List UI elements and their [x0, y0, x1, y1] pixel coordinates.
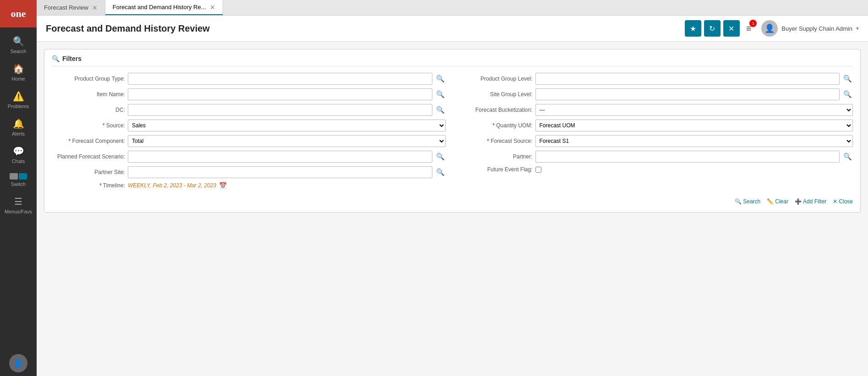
menu-icon: ☰: [14, 196, 22, 207]
search-btn-partner[interactable]: 🔍: [842, 153, 853, 161]
select-forecast-bucketization[interactable]: ---: [535, 104, 853, 116]
label-partner: Partner:: [459, 153, 533, 160]
select-forecast-source[interactable]: Forecast S1: [535, 135, 853, 147]
search-btn-product-group-level[interactable]: 🔍: [842, 75, 853, 83]
filter-row-future-event-flag: Future Event Flag:: [459, 166, 853, 173]
filter-row-forecast-component: Forecast Component: Total: [52, 135, 446, 147]
sidebar-item-search[interactable]: 🔍 Search: [0, 31, 37, 59]
switch-icon: [10, 173, 27, 180]
label-forecast-bucketization: Forecast Bucketization:: [459, 107, 533, 113]
input-partner-site[interactable]: [128, 166, 432, 178]
sidebar-item-label: Problems: [8, 104, 29, 109]
input-product-group-level[interactable]: [535, 73, 840, 85]
content-area: 🔍 Filters Product Group Type: 🔍 Item Nam…: [37, 42, 868, 376]
sidebar-item-chats[interactable]: 💬 Chats: [0, 141, 37, 169]
add-filter-label: Add Filter: [803, 198, 826, 205]
search-icon: 🔍: [13, 36, 24, 47]
add-filter-link[interactable]: ➕ Add Filter: [795, 198, 826, 205]
tab-forecast-demand[interactable]: Forecast and Demand History Re... ✕: [105, 0, 223, 15]
select-quantity-uom[interactable]: Forecast UOM: [535, 120, 853, 131]
filter-col-right: Product Group Level: 🔍 Site Group Level:…: [459, 73, 853, 191]
close-link[interactable]: ✕ Close: [833, 198, 853, 205]
search-btn-site-group-level[interactable]: 🔍: [842, 90, 853, 98]
select-source[interactable]: Sales: [128, 120, 446, 131]
filter-actions: 🔍 Search ✏️ Clear ➕ Add Filter ✕ Close: [52, 198, 853, 205]
main-area: Forecast Review ✕ Forecast and Demand Hi…: [37, 0, 868, 376]
search-link-icon: 🔍: [735, 198, 742, 205]
timeline-value: WEEKLY, Feb 2, 2023 - Mar 2, 2023: [128, 182, 216, 189]
tab-close-forecast-review[interactable]: ✕: [92, 5, 98, 11]
close-button[interactable]: ✕: [723, 20, 740, 37]
input-partner[interactable]: [535, 151, 840, 163]
filter-row-forecast-bucketization: Forecast Bucketization: ---: [459, 104, 853, 116]
label-product-group-level: Product Group Level:: [459, 76, 533, 82]
label-planned-forecast-scenario: Planned Forecast Scenario:: [52, 153, 125, 160]
refresh-button[interactable]: ↻: [704, 20, 721, 37]
filter-row-item-name: Item Name: 🔍: [52, 88, 446, 100]
select-forecast-component[interactable]: Total: [128, 135, 446, 147]
filter-row-planned-forecast-scenario: Planned Forecast Scenario: 🔍: [52, 151, 446, 163]
filters-panel: 🔍 Filters Product Group Type: 🔍 Item Nam…: [44, 49, 861, 213]
app-logo[interactable]: one: [0, 0, 37, 27]
sidebar-avatar[interactable]: 👤: [9, 354, 27, 372]
search-btn-planned-forecast-scenario[interactable]: 🔍: [435, 153, 446, 161]
sidebar-item-switch[interactable]: Switch: [0, 169, 37, 191]
sidebar-item-label: Switch: [11, 181, 26, 187]
filter-row-quantity-uom: Quantity UOM: Forecast UOM: [459, 120, 853, 131]
sidebar: one 🔍 Search 🏠 Home ⚠️ Problems 🔔 Alerts…: [0, 0, 37, 376]
sidebar-item-label: Chats: [12, 158, 25, 164]
page-header: Forecast and Demand History Review ★ ↻ ✕…: [37, 16, 868, 42]
filter-grid: Product Group Type: 🔍 Item Name: 🔍 DC:: [52, 73, 853, 191]
favorite-button[interactable]: ★: [685, 20, 701, 37]
bell-icon: 🔔: [13, 118, 24, 129]
input-planned-forecast-scenario[interactable]: [128, 151, 432, 163]
filter-row-site-group-level: Site Group Level: 🔍: [459, 88, 853, 100]
label-forecast-component: Forecast Component:: [52, 138, 125, 144]
input-product-group-type[interactable]: [128, 73, 432, 85]
page-title: Forecast and Demand History Review: [46, 23, 685, 34]
avatar-person-icon: 👤: [764, 23, 775, 33]
input-dc[interactable]: [128, 104, 432, 116]
close-link-label: Close: [839, 198, 853, 205]
filter-row-product-group-level: Product Group Level: 🔍: [459, 73, 853, 85]
tab-forecast-review[interactable]: Forecast Review ✕: [37, 0, 105, 15]
filters-header: 🔍 Filters: [52, 55, 853, 66]
clear-link-label: Clear: [775, 198, 788, 205]
search-link[interactable]: 🔍 Search: [735, 198, 760, 205]
sidebar-item-menus[interactable]: ☰ Menus/Favs: [0, 191, 37, 219]
input-site-group-level[interactable]: [535, 88, 840, 100]
clear-link-icon: ✏️: [767, 198, 774, 205]
filter-row-source: Source: Sales: [52, 120, 446, 131]
search-btn-item-name[interactable]: 🔍: [435, 90, 446, 98]
search-btn-product-group-type[interactable]: 🔍: [435, 75, 446, 83]
label-product-group-type: Product Group Type:: [52, 76, 125, 82]
label-quantity-uom: Quantity UOM:: [459, 122, 533, 129]
clear-link[interactable]: ✏️ Clear: [767, 198, 788, 205]
filter-row-forecast-source: Forecast Source: Forecast S1: [459, 135, 853, 147]
filter-row-dc: DC: 🔍: [52, 104, 446, 116]
avatar-icon: 👤: [13, 358, 23, 368]
label-future-event-flag: Future Event Flag:: [459, 166, 533, 173]
sidebar-item-alerts[interactable]: 🔔 Alerts: [0, 114, 37, 141]
sidebar-bottom: 👤: [0, 354, 37, 376]
sidebar-item-label: Menus/Favs: [5, 209, 32, 214]
user-name: Buyer Supply Chain Admin: [781, 25, 852, 32]
tab-label: Forecast and Demand History Re...: [113, 4, 206, 11]
sidebar-item-problems[interactable]: ⚠️ Problems: [0, 86, 37, 114]
search-btn-partner-site[interactable]: 🔍: [435, 168, 446, 176]
search-btn-dc[interactable]: 🔍: [435, 106, 446, 114]
input-item-name[interactable]: [128, 88, 432, 100]
filter-col-left: Product Group Type: 🔍 Item Name: 🔍 DC:: [52, 73, 446, 191]
user-dropdown-icon[interactable]: ▾: [856, 25, 859, 32]
calendar-button[interactable]: 📅: [219, 182, 227, 189]
sidebar-item-home[interactable]: 🏠 Home: [0, 59, 37, 86]
sidebar-item-label: Home: [11, 76, 25, 82]
notification-badge: 1: [749, 20, 757, 27]
tab-close-forecast-demand[interactable]: ✕: [210, 4, 215, 11]
label-partner-site: Partner Site:: [52, 169, 125, 175]
search-link-label: Search: [743, 198, 760, 205]
header-actions: ★ ↻ ✕ ≡ 1 👤 Buyer Supply Chain Admin ▾: [685, 20, 859, 37]
sidebar-item-label: Alerts: [12, 131, 25, 136]
checkbox-future-event-flag[interactable]: [535, 167, 541, 173]
filter-row-product-group-type: Product Group Type: 🔍: [52, 73, 446, 85]
